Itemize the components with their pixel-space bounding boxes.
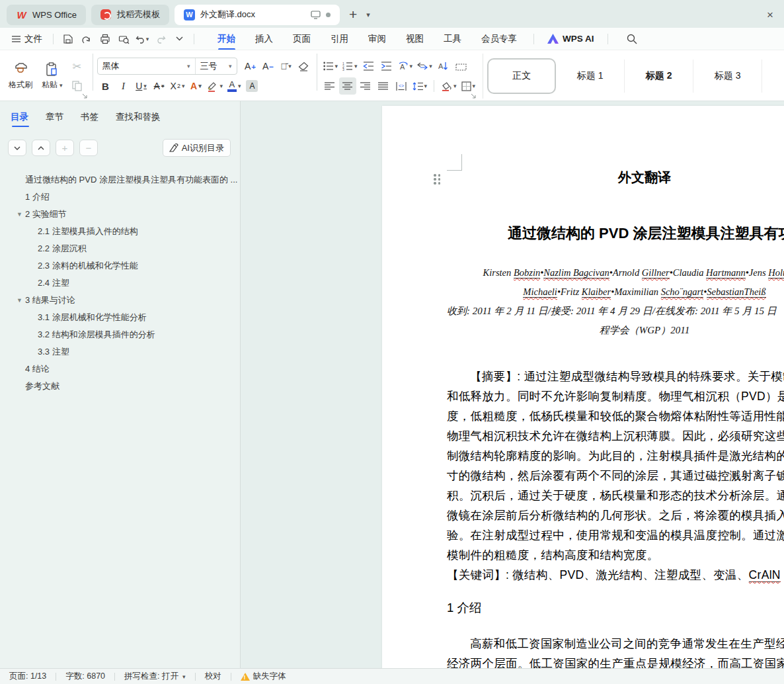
toc-item[interactable]: ▼ 2 实验细节	[0, 206, 240, 223]
toc-item[interactable]: ▼ 3 结果与讨论	[0, 292, 240, 309]
expand-all-button[interactable]	[8, 140, 26, 156]
decrease-indent-button[interactable]	[360, 58, 377, 75]
align-right-button[interactable]	[357, 77, 374, 95]
text-direction-button[interactable]: A▾	[396, 58, 415, 75]
page-indicator[interactable]: 页面: 1/13	[9, 671, 46, 682]
proofread-button[interactable]: 校对	[205, 671, 221, 682]
strikethrough-button[interactable]: A▾	[151, 77, 168, 95]
redo-button[interactable]	[153, 32, 169, 46]
new-tab-button[interactable]: +	[345, 7, 361, 22]
toc-item[interactable]: 2.1 注塑模具插入件的结构	[0, 223, 240, 240]
missing-font-warning[interactable]: 缺失字体	[241, 671, 286, 682]
export-pdf-button[interactable]	[79, 32, 95, 46]
increase-indent-button[interactable]	[378, 58, 395, 75]
close-icon[interactable]: ×	[767, 9, 773, 22]
sort-button[interactable]: A	[435, 58, 452, 75]
align-left-button[interactable]	[321, 77, 338, 95]
tab-wps-office[interactable]: W WPS Office	[7, 5, 86, 25]
paste-button[interactable]: 粘贴▾	[37, 60, 67, 92]
drag-handle-icon[interactable]	[434, 174, 442, 185]
ribbon-tab[interactable]: 视图	[396, 29, 434, 49]
bullet-list-button[interactable]: ▾	[321, 58, 340, 75]
tab-docer-templates[interactable]: 找稻壳模板	[91, 5, 169, 25]
demote-button[interactable]: −	[79, 140, 98, 156]
toc-item[interactable]: 2.2 涂层沉积	[0, 240, 240, 257]
pinyin-guide-button[interactable]: 文̆▾	[278, 58, 295, 75]
tab-stops-button[interactable]	[453, 58, 470, 75]
print-button[interactable]	[97, 32, 113, 46]
ribbon-tab[interactable]: 页面	[283, 29, 321, 49]
toc-item[interactable]: 2.4 注塑	[0, 275, 240, 292]
format-painter-button[interactable]: 格式刷	[4, 60, 37, 92]
justify-button[interactable]	[375, 77, 392, 95]
promote-button[interactable]: +	[56, 140, 74, 156]
style-item[interactable]: 标题 2	[625, 60, 693, 93]
line-spacing-button[interactable]: ▾	[411, 77, 430, 95]
toc-item[interactable]: 2.3 涂料的机械和化学性能	[0, 257, 240, 275]
spellcheck-toggle[interactable]: 拼写检查: 打开▾	[124, 671, 185, 682]
sidebar-tab[interactable]: 章节	[46, 111, 63, 127]
font-size-select[interactable]: 三号▾	[196, 58, 237, 74]
doc-line: Kirsten Bobzin•Nazlim Bagcivan•Arnold Gi…	[447, 263, 784, 282]
ribbon-tab[interactable]: 会员专享	[471, 29, 527, 49]
file-menu-button[interactable]: 文件	[8, 30, 46, 48]
increase-font-button[interactable]: A+	[242, 58, 259, 75]
sidebar-tab[interactable]: 书签	[81, 111, 98, 127]
ribbon-tab[interactable]: 插入	[245, 29, 283, 49]
shading-button[interactable]: ▾	[439, 77, 459, 95]
ribbon-tab[interactable]: 审阅	[358, 29, 396, 49]
sidebar-tab[interactable]: 查找和替换	[116, 111, 161, 127]
style-item[interactable]: 正文	[487, 58, 556, 94]
clipboard-group-expand-icon[interactable]	[82, 93, 87, 99]
paragraph-group-expand-icon[interactable]	[471, 93, 476, 99]
collapse-triangle-icon[interactable]: ▼	[17, 206, 22, 223]
style-item[interactable]: 标题 3	[693, 60, 762, 93]
decrease-font-button[interactable]: A−	[260, 58, 277, 75]
toc-item[interactable]: 1 介绍	[0, 189, 240, 206]
style-item[interactable]: 标题 1	[556, 60, 625, 93]
align-center-button[interactable]	[339, 77, 356, 95]
ribbon-tab[interactable]: 工具	[434, 29, 471, 49]
ribbon-tab[interactable]: 引用	[321, 29, 358, 49]
save-button[interactable]	[60, 32, 76, 46]
toc-item[interactable]: 参考文献	[0, 378, 240, 395]
collapse-all-button[interactable]	[32, 140, 50, 156]
search-icon[interactable]	[624, 32, 640, 46]
font-name-select[interactable]: 黑体▾	[98, 58, 196, 74]
undo-button[interactable]: ▾	[134, 32, 150, 46]
copy-icon[interactable]	[69, 77, 86, 95]
monitor-icon[interactable]	[311, 11, 321, 19]
superscript-button[interactable]: X2▾	[169, 77, 187, 95]
font-color-button[interactable]: A▾	[225, 77, 243, 95]
word-count[interactable]: 字数: 6870	[65, 671, 105, 682]
borders-button[interactable]: ▾	[459, 77, 478, 95]
toc-item[interactable]: 3.1 涂层机械和化学性能分析	[0, 309, 240, 326]
document-page[interactable]: 外文翻译通过微结构的 PVD 涂层注塑模具注塑具有功能表面的Kirsten Bo…	[382, 106, 784, 668]
toc-item[interactable]: 3.2 结构和涂层模具插件的分析	[0, 326, 240, 343]
more-commands-chevron-icon[interactable]	[171, 32, 187, 46]
doc-line: 【摘要】: 通过注塑成型微结构导致模具的特殊要求。关于模制部件	[447, 366, 784, 386]
char-shading-button[interactable]: A	[243, 77, 260, 95]
clear-format-button[interactable]	[295, 58, 313, 75]
doc-line: 物理气相沉积技术允许在微结构上沉积薄膜。因此，必须研究这些 PVD	[447, 426, 784, 446]
toc-item[interactable]: 3.3 注塑	[0, 343, 240, 361]
italic-button[interactable]: I	[115, 77, 132, 95]
distribute-button[interactable]: <>	[393, 77, 410, 95]
numbered-list-button[interactable]: 123▾	[340, 58, 360, 75]
highlight-color-button[interactable]: ▾	[205, 77, 225, 95]
text-effects-button[interactable]: A▾	[187, 77, 204, 95]
cut-icon[interactable]: ✂	[69, 58, 86, 75]
underline-button[interactable]: U▾	[133, 77, 150, 95]
wps-ai-button[interactable]: WPS AI	[541, 34, 601, 44]
ai-recognize-toc-button[interactable]: AI识别目录	[163, 139, 231, 157]
tab-document[interactable]: W 外文翻译.docx	[175, 5, 340, 25]
toc-item[interactable]: 4 结论	[0, 361, 240, 378]
tab-list-chevron-icon[interactable]: ▾	[366, 11, 370, 19]
bold-button[interactable]: B	[97, 77, 114, 95]
toc-item[interactable]: 通过微结构的 PVD 涂层注塑模具注塑具有功能表面的 ...	[0, 171, 240, 189]
char-scale-button[interactable]: ▾	[415, 58, 434, 75]
ribbon-tab[interactable]: 开始	[208, 29, 245, 49]
sidebar-tab[interactable]: 目录	[11, 111, 28, 127]
print-preview-button[interactable]	[116, 32, 132, 46]
collapse-triangle-icon[interactable]: ▼	[17, 292, 22, 309]
